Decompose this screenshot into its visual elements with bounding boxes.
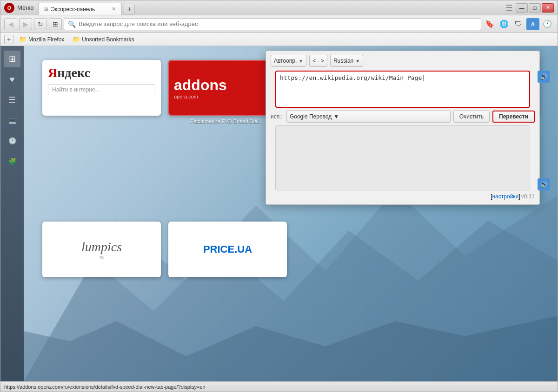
sidebar-item-extensions[interactable]: 🧩 [4, 153, 20, 170]
service-select[interactable]: Google Перевод ▼ [286, 111, 451, 123]
input-wrapper: https://en.wikipedia.org/wiki/Main_Page … [271, 71, 535, 108]
addons-sub: opera.com [174, 94, 198, 99]
from-language-select[interactable]: Автоопр. ▼ [271, 55, 306, 67]
version-label: v0.11 [521, 193, 535, 200]
service-label: исп.: [271, 113, 283, 120]
sidebar-toggle-icon[interactable]: ☰ [505, 3, 513, 13]
lumpics-sub: ru [100, 255, 104, 260]
folder-icon: 📁 [19, 36, 27, 43]
tab-title: Экспресс-панель [51, 6, 109, 13]
translate-ext-icon[interactable]: A [526, 18, 539, 30]
service-arrow: ▼ [333, 113, 339, 120]
yandex-logo: Яндекс [48, 65, 155, 80]
dial-yandex[interactable]: Яндекс Найти в интерне... [42, 60, 161, 214]
new-tab-button[interactable]: + [124, 4, 135, 15]
dial-price-thumb: PRICE.UA [168, 222, 287, 277]
status-bar: https://addons.opera.com/ru/extensions/d… [0, 381, 558, 392]
tab-close-icon[interactable]: ✕ [112, 6, 116, 12]
yandex-search-box: Найти в интерне... [48, 84, 155, 95]
address-bar: 🔍 [64, 18, 481, 30]
output-sound-button[interactable]: 🔊 [538, 178, 550, 190]
title-bar: O Меню ⊞ Экспресс-панель ✕ + ☰ — □ ✕ [0, 0, 558, 15]
folder-icon-2: 📁 [73, 36, 80, 43]
clock-icon[interactable]: 🕐 [541, 18, 554, 30]
translator-output [275, 125, 530, 190]
bookmark-unsorted[interactable]: 📁 Unsorted Bookmarks [70, 35, 137, 44]
status-url: https://addons.opera.com/ru/extensions/d… [4, 384, 206, 390]
globe-icon[interactable]: 🌐 [498, 18, 511, 30]
from-lang-arrow: ▼ [299, 59, 303, 64]
tab-bar: ⊞ Экспресс-панель ✕ + [38, 0, 505, 15]
dial-price[interactable]: PRICE.UA [168, 222, 287, 367]
settings-bracket-right: ] [518, 193, 520, 200]
input-text: https://en.wikipedia.org/wiki/Main_Page [280, 74, 422, 81]
input-sound-button[interactable]: 🔊 [538, 71, 550, 83]
search-icon: 🔍 [68, 20, 76, 28]
to-lang-label: Russian [333, 58, 353, 64]
to-language-select[interactable]: Russian ▼ [330, 55, 363, 67]
to-lang-arrow: ▼ [355, 59, 360, 64]
dial-lumpics[interactable]: lumpics ru [42, 222, 161, 367]
translator-controls: исп.: Google Перевод ▼ Очистить Перевест… [266, 108, 539, 125]
nav-icons: 🔖 🌐 🛡 A 🕐 [483, 18, 554, 30]
bookmark-icon[interactable]: 🔖 [483, 18, 496, 30]
sidebar-item-bookmarks[interactable]: ♥ [4, 71, 20, 88]
content-area: ⊞ ♥ ☰ 💻 🕐 🧩 Яндекс Найти в интерн [0, 46, 558, 381]
clear-button[interactable]: Очистить [453, 111, 490, 123]
price-text: PRICE.UA [203, 243, 252, 255]
bookmark-unsorted-label: Unsorted Bookmarks [82, 36, 134, 43]
maximize-button[interactable]: □ [529, 3, 541, 13]
dial-addons-label: Расширение FVD Speed Dial -... [191, 118, 265, 124]
window-controls: — □ ✕ [516, 3, 554, 13]
sidebar-item-history[interactable]: 🕐 [4, 132, 20, 149]
sidebar-item-devices[interactable]: 💻 [4, 112, 20, 129]
shield-icon[interactable]: 🛡 [512, 18, 525, 30]
close-button[interactable]: ✕ [542, 3, 554, 13]
page-content: Яндекс Найти в интерне... ••• addons ope… [24, 46, 558, 381]
translator-popup: Автоопр. ▼ < - > Russian ▼ https://en.wi… [266, 51, 540, 205]
translate-button[interactable]: Перевести [492, 111, 535, 123]
active-tab[interactable]: ⊞ Экспресс-панель ✕ [38, 3, 122, 15]
reload-button[interactable]: ↻ [34, 18, 47, 30]
browser-window: O Меню ⊞ Экспресс-панель ✕ + ☰ — □ ✕ ◀ ▶… [0, 0, 558, 392]
from-lang-label: Автоопр. [274, 58, 297, 64]
dial-lumpics-thumb: lumpics ru [42, 222, 161, 277]
translator-lang-row: Автоопр. ▼ < - > Russian ▼ [266, 51, 539, 71]
lumpics-text: lumpics [81, 240, 122, 255]
opera-logo[interactable]: O [4, 3, 14, 13]
menu-label[interactable]: Меню [17, 4, 33, 11]
bookmark-mozilla[interactable]: 📁 Mozilla Firefox [16, 35, 67, 44]
sidebar: ⊞ ♥ ☰ 💻 🕐 🧩 [0, 46, 24, 381]
apps-button[interactable]: ⊞ [49, 18, 62, 30]
output-wrapper: 🔊 [271, 125, 535, 190]
forward-button[interactable]: ▶ [19, 18, 32, 30]
service-name: Google Перевод [290, 113, 332, 120]
translator-input[interactable]: https://en.wikipedia.org/wiki/Main_Page [275, 71, 530, 108]
bookmarks-bar: + 📁 Mozilla Firefox 📁 Unsorted Bookmarks [0, 33, 558, 46]
addons-text: addons [174, 77, 227, 94]
dial-yandex-thumb: Яндекс Найти в интерне... [42, 60, 161, 116]
cursor [422, 74, 425, 81]
sidebar-item-news[interactable]: ☰ [4, 91, 20, 108]
tab-icon: ⊞ [44, 7, 48, 12]
back-button[interactable]: ◀ [4, 18, 17, 30]
translator-footer: [ настройки ] v0.11 [266, 190, 539, 200]
new-bookmark-button[interactable]: + [4, 35, 13, 44]
nav-bar: ◀ ▶ ↻ ⊞ 🔍 🔖 🌐 🛡 A 🕐 [0, 15, 558, 33]
swap-languages-button[interactable]: < - > [309, 55, 327, 67]
settings-link[interactable]: настройки [492, 193, 518, 200]
bookmark-mozilla-label: Mozilla Firefox [28, 36, 64, 43]
address-input[interactable] [79, 20, 477, 27]
minimize-button[interactable]: — [516, 3, 528, 13]
sidebar-item-speeddial[interactable]: ⊞ [4, 51, 20, 67]
